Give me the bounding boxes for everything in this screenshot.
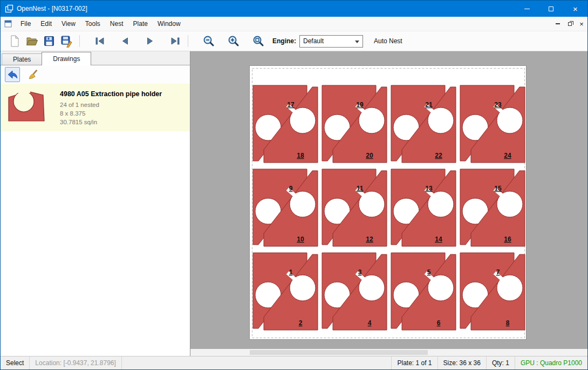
menu-item-window[interactable]: Window — [153, 17, 186, 31]
scrollbar-thumb[interactable] — [250, 350, 428, 355]
menu-item-nest[interactable]: Nest — [105, 17, 128, 31]
drawing-list-item[interactable]: 4980 A05 Extraction pipe holder 24 of 1 … — [1, 84, 190, 131]
save-edit-icon — [60, 35, 73, 48]
nested-part-pair[interactable]: 1112 — [322, 169, 387, 246]
part-number-label: 11 — [357, 185, 364, 192]
panel-footer-spacer — [1, 349, 190, 356]
nest-canvas[interactable]: 171819202122232491011121314151612345678 — [190, 51, 587, 349]
drawing-item-title: 4980 A05 Extraction pipe holder — [60, 90, 162, 98]
status-location: Location: [-0.9437, 21.8796] — [30, 356, 121, 369]
previous-plate-button[interactable] — [117, 33, 134, 49]
save-button[interactable] — [40, 33, 58, 49]
chevron-down-icon — [355, 41, 359, 43]
panel-tabstrip: Plates Drawings — [1, 51, 190, 65]
nested-part-pair[interactable]: 56 — [391, 253, 456, 330]
part-number-label: 20 — [366, 152, 373, 159]
window-title: OpenNest - [N0317-002] — [17, 5, 87, 12]
nest-plate[interactable]: 171819202122232491011121314151612345678 — [249, 65, 527, 340]
menu-item-tools[interactable]: Tools — [80, 17, 105, 31]
nested-part-pair[interactable]: 910 — [253, 169, 318, 246]
part-number-label: 1 — [289, 268, 293, 276]
menu-item-view[interactable]: View — [57, 17, 80, 31]
part-number-label: 19 — [356, 101, 364, 109]
part-number-label: 12 — [366, 236, 373, 243]
maximize-button[interactable] — [539, 1, 563, 17]
minimize-button[interactable] — [515, 1, 539, 17]
blue-arrow-icon — [6, 69, 18, 80]
status-gpu: GPU : Quadro P1000 — [515, 356, 587, 369]
part-shape-icon — [6, 90, 47, 125]
nested-part-pair[interactable]: 12 — [253, 253, 318, 330]
menubar: FileEditViewToolsNestPlateWindow × — [1, 17, 587, 31]
part-number-label: 18 — [297, 152, 304, 159]
drawing-item-details: 4980 A05 Extraction pipe holder 24 of 1 … — [60, 88, 162, 127]
zoom-in-button[interactable] — [225, 33, 242, 49]
drawings-panel: 4980 A05 Extraction pipe holder 24 of 1 … — [1, 65, 190, 349]
last-plate-button[interactable] — [166, 33, 183, 49]
mdi-close-button[interactable]: × — [576, 17, 587, 31]
app-window: OpenNest - [N0317-002] × FileEditViewToo… — [0, 0, 588, 370]
menu-item-file[interactable]: File — [16, 17, 36, 31]
first-plate-button[interactable] — [92, 33, 109, 49]
zoom-out-icon — [202, 35, 215, 48]
mdi-minimize-button[interactable] — [552, 17, 564, 31]
part-number-label: 22 — [435, 152, 442, 159]
previous-arrow-icon — [119, 35, 131, 47]
next-plate-button[interactable] — [141, 33, 159, 49]
tab-plates[interactable]: Plates — [2, 53, 42, 65]
part-number-label: 13 — [425, 185, 433, 192]
part-number-label: 23 — [494, 101, 502, 109]
zoom-fit-button[interactable] — [250, 33, 267, 49]
toolbar-separator — [79, 35, 80, 47]
part-number-label: 14 — [435, 236, 442, 243]
part-number-label: 6 — [437, 319, 441, 327]
part-number-label: 24 — [504, 152, 511, 159]
tab-drawings[interactable]: Drawings — [42, 52, 91, 65]
nested-part-pair[interactable]: 1516 — [460, 169, 525, 246]
save-edit-button[interactable] — [58, 33, 75, 49]
part-number-label: 8 — [506, 319, 510, 327]
statusbar: Select Location: [-0.9437, 21.8796] Plat… — [1, 356, 587, 369]
nested-part-pair[interactable]: 1718 — [253, 85, 318, 163]
part-number-label: 2 — [299, 319, 303, 327]
close-icon: × — [579, 21, 584, 28]
left-panel: Plates Drawings — [1, 51, 190, 349]
titlebar: OpenNest - [N0317-002] × — [1, 1, 587, 17]
document-icon[interactable] — [4, 19, 12, 28]
status-plate: Plate: 1 of 1 — [391, 356, 437, 369]
part-number-label: 3 — [358, 268, 362, 276]
drawing-item-size: 8 x 8.375 — [60, 109, 162, 118]
nested-part-pair[interactable]: 2122 — [391, 85, 456, 163]
horizontal-scrollbar[interactable] — [190, 349, 587, 356]
engine-label: Engine: — [272, 37, 296, 45]
auto-nest-button[interactable]: Auto Nest — [374, 37, 402, 45]
first-arrow-icon — [94, 35, 106, 47]
nested-part-pair[interactable]: 1920 — [322, 85, 387, 163]
part-number-label: 16 — [504, 236, 511, 243]
nested-part-pair[interactable]: 2324 — [460, 85, 525, 163]
send-to-nest-button[interactable] — [5, 67, 20, 82]
menu-items: FileEditViewToolsNestPlateWindow — [16, 17, 186, 31]
engine-select[interactable]: Default — [299, 35, 363, 48]
close-button[interactable]: × — [563, 1, 587, 17]
last-arrow-icon — [169, 35, 181, 47]
drawing-item-area: 30.7815 sq/in — [60, 118, 162, 126]
menu-item-edit[interactable]: Edit — [36, 17, 57, 31]
new-button[interactable] — [6, 33, 23, 49]
open-button[interactable] — [23, 33, 40, 49]
part-number-label: 10 — [297, 236, 304, 243]
nested-part-pair[interactable]: 78 — [460, 253, 525, 330]
zoom-out-button[interactable] — [200, 33, 217, 49]
new-document-icon — [8, 35, 21, 48]
toolbar-separator — [188, 35, 188, 47]
nested-part-pair[interactable]: 1314 — [391, 169, 456, 246]
mdi-restore-button[interactable] — [564, 17, 576, 31]
next-arrow-icon — [144, 35, 156, 47]
maximize-icon — [549, 6, 553, 11]
nested-part-pair[interactable]: 34 — [322, 253, 387, 330]
part-number-label: 21 — [425, 101, 433, 109]
minimize-icon — [556, 23, 560, 24]
clear-button[interactable] — [25, 67, 40, 82]
menu-item-plate[interactable]: Plate — [128, 17, 153, 31]
zoom-fit-icon — [252, 35, 265, 48]
